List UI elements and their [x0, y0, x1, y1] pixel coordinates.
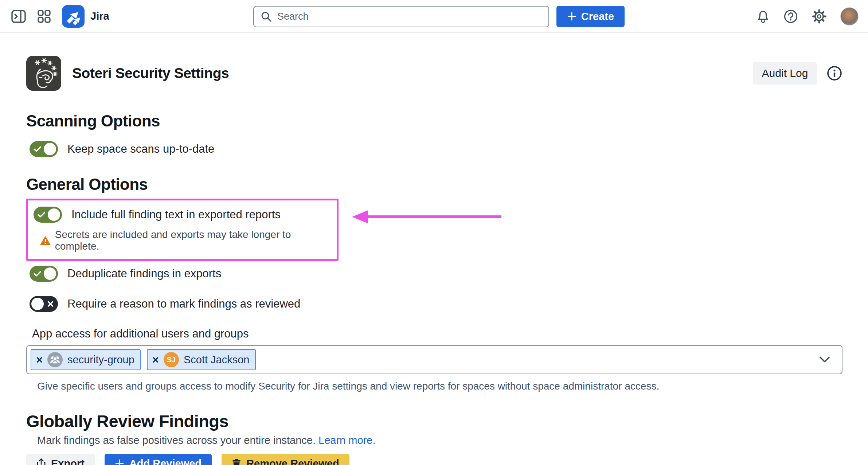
plus-icon: [115, 459, 124, 465]
globally-review-heading: Globally Review Findings: [26, 411, 842, 431]
topbar-left-group: Jira: [11, 0, 109, 32]
export-button-label: Export: [51, 458, 85, 465]
create-button[interactable]: Create: [556, 6, 625, 27]
check-icon: [34, 146, 41, 152]
sidebar-expand-button[interactable]: [11, 9, 26, 23]
settings-button[interactable]: [812, 9, 827, 24]
global-search-field[interactable]: Search: [253, 6, 549, 27]
create-button-label: Create: [581, 11, 614, 23]
remove-reviewed-label: Remove Reviewed: [246, 458, 339, 465]
toggle-knob: [48, 208, 60, 221]
app-grid-icon: [37, 9, 51, 23]
info-button[interactable]: [826, 65, 842, 81]
scanning-options-heading: Scanning Options: [26, 112, 842, 130]
include-full-text-label: Include full finding text in exported re…: [71, 208, 281, 221]
toggle-knob: [31, 298, 44, 310]
help-button[interactable]: [783, 9, 798, 24]
soteri-app-icon: [26, 56, 61, 91]
keep-scans-label: Keep space scans up-to-date: [67, 142, 214, 156]
gear-icon: [812, 9, 827, 24]
jira-logo-icon: [62, 5, 85, 28]
app-access-help-text: Give specific users and groups access to…: [37, 380, 842, 392]
sidebar-expand-icon: [11, 9, 26, 23]
search-icon: [261, 11, 272, 23]
page-title: Soteri Security Settings: [72, 65, 229, 81]
tag-label: Scott Jackson: [184, 354, 250, 366]
deduplicate-row: Deduplicate findings in exports: [30, 266, 842, 282]
page-header-row: Soteri Security Settings Audit Log: [26, 56, 842, 91]
keep-scans-row: Keep space scans up-to-date: [30, 141, 842, 157]
app-name: Jira: [90, 10, 109, 22]
cross-icon: [47, 301, 54, 307]
add-reviewed-button[interactable]: Add Reviewed: [105, 454, 212, 465]
remove-reviewed-button[interactable]: Remove Reviewed: [222, 454, 349, 465]
include-full-text-row: Include full finding text in exported re…: [34, 207, 337, 223]
require-reason-toggle[interactable]: [30, 296, 58, 312]
settings-content: Soteri Security Settings Audit Log Scann…: [0, 56, 868, 465]
review-actions-row: Export Add Reviewed Remove Reviewed: [26, 454, 842, 465]
bell-icon: [756, 9, 770, 24]
chevron-down-icon[interactable]: [819, 356, 830, 363]
require-reason-label: Require a reason to mark findings as rev…: [67, 297, 300, 310]
jira-home-link[interactable]: Jira: [62, 5, 109, 28]
export-icon: [36, 458, 46, 465]
review-subtext-body: Mark findings as false positives across …: [37, 434, 316, 446]
highlight-annotation-box: Include full finding text in exported re…: [26, 199, 339, 261]
review-subtext: Mark findings as false positives across …: [37, 434, 842, 446]
toggle-knob: [44, 143, 56, 155]
export-warning: Secrets are included and exports may tak…: [40, 229, 337, 252]
question-icon: [783, 9, 798, 24]
user-avatar[interactable]: [840, 7, 859, 26]
toggle-knob: [44, 267, 56, 280]
tag-scott-jackson: × SJ Scott Jackson: [147, 349, 256, 370]
soteri-settings-page: Jira Search Create: [0, 0, 868, 465]
require-reason-row: Require a reason to mark findings as rev…: [30, 296, 842, 312]
warning-icon: [40, 235, 51, 246]
general-options-heading: General Options: [26, 175, 842, 194]
tag-security-group: × security-group: [31, 349, 141, 370]
learn-more-link[interactable]: Learn more.: [318, 434, 375, 446]
app-access-label: App access for additional users and grou…: [32, 327, 842, 340]
group-avatar-icon: [47, 352, 63, 367]
include-full-text-toggle[interactable]: [34, 207, 62, 223]
check-icon: [38, 212, 45, 218]
keep-scans-toggle[interactable]: [30, 141, 58, 157]
notifications-button[interactable]: [756, 9, 770, 24]
info-icon: [826, 65, 842, 81]
app-switcher-button[interactable]: [37, 9, 51, 23]
page-title-group: Soteri Security Settings: [26, 56, 229, 91]
remove-tag-icon[interactable]: ×: [36, 354, 43, 366]
export-warning-text: Secrets are included and exports may tak…: [55, 229, 337, 252]
app-access-multiselect[interactable]: × security-group × SJ Scott: [26, 345, 842, 374]
top-navigation-bar: Jira Search Create: [0, 0, 868, 33]
remove-tag-icon[interactable]: ×: [152, 354, 159, 366]
plus-icon: [567, 12, 576, 21]
export-button[interactable]: Export: [26, 454, 95, 465]
topbar-right-group: [756, 0, 859, 32]
annotation-arrow: [351, 209, 502, 226]
audit-log-button[interactable]: Audit Log: [753, 62, 817, 85]
page-header-actions: Audit Log: [753, 62, 842, 85]
deduplicate-label: Deduplicate findings in exports: [67, 267, 221, 280]
deduplicate-toggle[interactable]: [30, 266, 58, 282]
search-placeholder: Search: [277, 11, 309, 22]
tag-label: security-group: [67, 354, 134, 366]
user-initials-avatar: SJ: [164, 352, 179, 367]
trash-icon: [232, 458, 241, 465]
add-reviewed-label: Add Reviewed: [129, 458, 202, 465]
check-icon: [34, 271, 41, 277]
